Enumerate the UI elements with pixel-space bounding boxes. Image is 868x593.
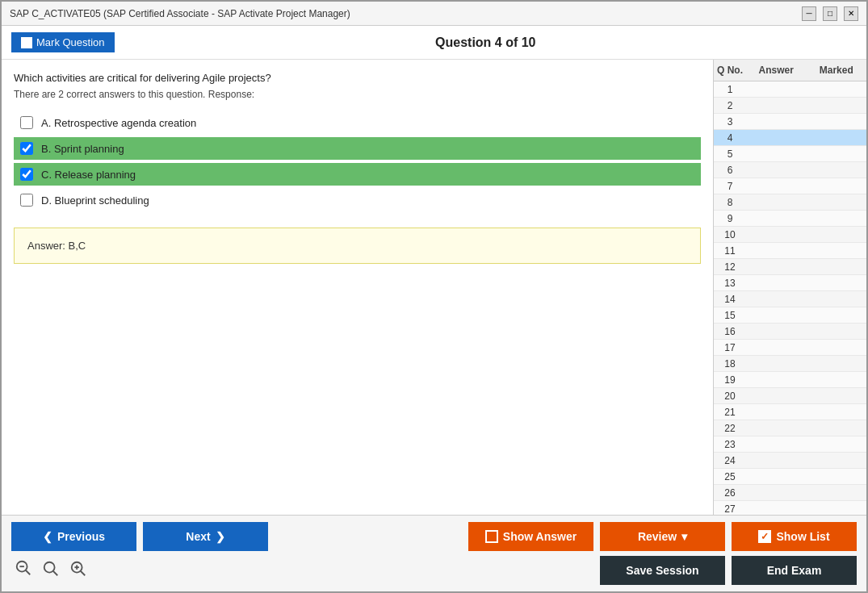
show-list-checkbox-icon: ✓ [758,530,771,543]
option-d-row[interactable]: D. Blueprint scheduling [14,189,701,211]
sidebar-row[interactable]: 1 [714,81,866,98]
sidebar-row[interactable]: 26 [714,485,866,501]
sidebar-row[interactable]: 15 [714,307,866,324]
sidebar-row[interactable]: 13 [714,275,866,291]
sidebar-row[interactable]: 3 [714,114,866,130]
sidebar-row[interactable]: 22 [714,420,866,436]
sidebar-cell-num: 15 [714,308,746,323]
sidebar-cell-marked [807,201,867,204]
option-c-checkbox[interactable] [20,168,33,181]
sidebar-row[interactable]: 16 [714,324,866,340]
bottom-bar: Previous Next Show Answer Review ▾ ✓ Sho… [2,515,866,591]
sidebar-header: Q No. Answer Marked [714,60,866,81]
sidebar-cell-marked [807,411,867,414]
sidebar-col-marked: Marked [807,63,867,77]
maximize-button[interactable]: □ [823,6,837,21]
sidebar-cell-marked [807,443,867,446]
sidebar-row[interactable]: 9 [714,211,866,227]
sidebar-row[interactable]: 2 [714,98,866,114]
sidebar-cell-num: 17 [714,340,746,355]
sidebar-cell-num: 27 [714,502,746,516]
header: Mark Question Question 4 of 10 [2,26,866,60]
sidebar-cell-answer [746,120,807,123]
option-a-checkbox[interactable] [20,116,33,129]
minimize-button[interactable]: ─ [802,6,816,21]
sidebar-cell-answer [746,443,807,446]
sidebar-row[interactable]: 20 [714,388,866,404]
sidebar-row[interactable]: 27 [714,501,866,515]
sidebar-cell-answer [746,282,807,285]
sidebar-row[interactable]: 12 [714,259,866,275]
sidebar-cell-marked [807,459,867,462]
sidebar-row[interactable]: 5 [714,146,866,162]
sidebar-row[interactable]: 17 [714,340,866,356]
sidebar-row[interactable]: 8 [714,194,866,211]
zoom-decrease-button[interactable] [11,558,36,583]
option-a-row[interactable]: A. Retrospective agenda creation [14,111,701,134]
sidebar: Q No. Answer Marked 1 2 3 4 5 6 [713,60,866,515]
sidebar-cell-marked [807,249,867,253]
sidebar-cell-marked [807,346,867,349]
show-list-button[interactable]: ✓ Show List [732,522,857,551]
sidebar-cell-answer [746,185,807,188]
sidebar-cell-num: 9 [714,211,746,226]
sidebar-cell-marked [807,362,867,365]
sidebar-row[interactable]: 24 [714,453,866,469]
sidebar-cell-answer [746,217,807,220]
option-b-checkbox[interactable] [20,142,33,155]
sidebar-row[interactable]: 10 [714,227,866,243]
sidebar-cell-num: 26 [714,486,746,500]
prev-chevron-icon [43,530,52,543]
option-b-row[interactable]: B. Sprint planning [14,137,701,160]
sidebar-cell-num: 11 [714,244,746,258]
sidebar-cell-answer [746,249,807,253]
close-button[interactable]: ✕ [844,6,858,21]
sidebar-row[interactable]: 18 [714,356,866,372]
sidebar-row[interactable]: 14 [714,291,866,307]
main-content: Which activities are critical for delive… [2,60,866,515]
option-d-checkbox[interactable] [20,194,33,207]
answer-box: Answer: B,C [14,228,701,264]
window-controls: ─ □ ✕ [802,6,858,21]
app-window: SAP C_ACTIVATE05 (SAP Certified Associat… [0,0,868,593]
sidebar-row[interactable]: 6 [714,162,866,178]
review-button[interactable]: Review ▾ [600,522,725,551]
sidebar-cell-num: 6 [714,163,746,177]
next-button[interactable]: Next [143,522,268,551]
sidebar-cell-marked [807,88,867,91]
svg-line-1 [26,570,31,575]
sidebar-cell-marked [807,152,867,156]
zoom-increase-button[interactable] [66,558,90,583]
sidebar-cell-num: 12 [714,260,746,274]
option-c-row[interactable]: C. Release planning [14,163,701,186]
sidebar-cell-answer [746,395,807,398]
sidebar-cell-num: 24 [714,453,746,468]
sidebar-cell-answer [746,330,807,333]
review-dropdown-icon: ▾ [681,530,687,543]
sidebar-cell-marked [807,233,867,236]
next-label: Next [186,530,210,543]
previous-button[interactable]: Previous [11,522,136,551]
sidebar-row[interactable]: 7 [714,178,866,194]
sidebar-row[interactable]: 21 [714,404,866,420]
sidebar-cell-num: 8 [714,195,746,210]
sidebar-row[interactable]: 11 [714,243,866,259]
show-answer-button[interactable]: Show Answer [468,522,593,551]
sidebar-row[interactable]: 19 [714,372,866,388]
zoom-reset-button[interactable] [39,558,63,583]
save-session-button[interactable]: Save Session [600,556,725,585]
sidebar-cell-num: 5 [714,147,746,161]
sidebar-cell-answer [746,507,807,511]
sidebar-row[interactable]: 23 [714,436,866,453]
sidebar-cell-num: 3 [714,115,746,129]
sidebar-row[interactable]: 4 [714,130,866,146]
bottom-row-1: Previous Next Show Answer Review ▾ ✓ Sho… [11,522,857,551]
svg-point-3 [44,562,55,573]
sidebar-cell-answer [746,298,807,301]
end-exam-button[interactable]: End Exam [732,556,857,585]
sidebar-list[interactable]: 1 2 3 4 5 6 7 8 [714,81,866,515]
next-chevron-icon [216,530,225,543]
mark-question-button[interactable]: Mark Question [11,32,115,52]
sidebar-cell-answer [746,201,807,204]
sidebar-row[interactable]: 25 [714,469,866,485]
